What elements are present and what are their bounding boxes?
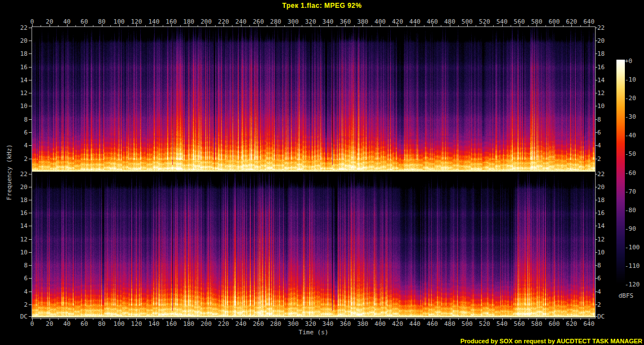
- freq-tick-label: 8: [11, 117, 28, 123]
- time-tick-mark: [67, 319, 68, 321]
- time-tick-mark: [206, 319, 207, 321]
- time-tick-mark: [206, 24, 207, 26]
- time-tick-mark: [258, 24, 259, 26]
- time-tick-mark: [171, 24, 172, 26]
- time-tick-label: 380: [357, 321, 368, 327]
- time-tick-mark: [102, 24, 102, 26]
- time-minor-tick-mark: [41, 319, 41, 320]
- freq-tick-label: 4: [11, 142, 28, 149]
- time-tick-mark: [189, 319, 189, 321]
- time-tick-label: 80: [98, 321, 105, 327]
- time-tick-mark: [363, 24, 363, 26]
- freq-tick-label: 12: [597, 236, 605, 243]
- time-minor-tick-mark: [75, 25, 76, 26]
- time-tick-mark: [554, 24, 554, 26]
- time-minor-tick-mark: [319, 25, 320, 26]
- spectrogram-channel-right: [32, 173, 595, 317]
- freq-tick-mark: [29, 187, 32, 187]
- time-tick-mark: [380, 319, 381, 321]
- time-tick-mark: [520, 24, 520, 26]
- time-minor-tick-mark: [441, 25, 441, 26]
- colorbar-tick-label: -20: [625, 95, 636, 101]
- freq-tick-mark: [29, 174, 32, 174]
- freq-tick-mark: [29, 119, 32, 120]
- time-tick-label: 280: [270, 321, 281, 327]
- time-tick-mark: [397, 24, 398, 26]
- time-tick-mark: [363, 319, 363, 321]
- time-tick-mark: [589, 319, 589, 321]
- time-tick-label: 340: [323, 321, 334, 327]
- freq-tick-label: 8: [597, 117, 601, 123]
- freq-tick-mark: [596, 265, 597, 266]
- freq-tick-mark: [596, 106, 597, 106]
- time-minor-tick-mark: [163, 25, 163, 26]
- freq-tick-label: 14: [11, 77, 28, 83]
- freq-tick-label: 20: [11, 38, 28, 44]
- freq-tick-mark: [29, 200, 32, 200]
- time-tick-label: 520: [479, 321, 490, 327]
- time-minor-tick-mark: [302, 25, 302, 26]
- time-minor-tick-mark: [284, 319, 285, 320]
- time-minor-tick-mark: [163, 319, 163, 320]
- time-tick-mark: [154, 24, 154, 26]
- time-tick-label: 240: [235, 321, 247, 327]
- freq-tick-mark: [596, 28, 597, 28]
- freq-tick-mark: [596, 252, 597, 253]
- time-tick-label: 500: [462, 321, 473, 327]
- time-minor-tick-mark: [389, 319, 390, 320]
- freq-tick-label: 22: [597, 25, 605, 31]
- time-minor-tick-mark: [458, 319, 459, 320]
- time-minor-tick-mark: [476, 25, 476, 26]
- colorbar-tick-label: -100: [625, 244, 640, 250]
- freq-tick-mark: [29, 213, 32, 213]
- time-minor-tick-mark: [354, 25, 355, 26]
- freq-tick-mark: [29, 278, 32, 279]
- time-minor-tick-mark: [337, 319, 337, 320]
- freq-tick-mark: [596, 213, 597, 213]
- freq-tick-mark: [596, 292, 597, 292]
- time-minor-tick-mark: [284, 25, 285, 26]
- time-tick-label: 560: [514, 321, 525, 327]
- time-tick-mark: [328, 24, 329, 26]
- freq-tick-label: 20: [597, 184, 605, 190]
- time-tick-mark: [276, 24, 276, 26]
- freq-tick-label: 16: [597, 64, 605, 70]
- time-tick-mark: [467, 24, 468, 26]
- colorbar-tick-label: -70: [625, 189, 636, 195]
- freq-tick-mark: [596, 278, 597, 279]
- time-tick-label: 540: [497, 321, 508, 327]
- time-minor-tick-mark: [232, 25, 232, 26]
- page-title: Трек 1.flac: MPEG 92%: [0, 2, 644, 10]
- freq-tick-label: 6: [11, 275, 28, 281]
- time-minor-tick-mark: [563, 319, 564, 320]
- time-tick-label: 440: [409, 321, 421, 327]
- freq-tick-mark: [596, 93, 597, 93]
- time-tick-mark: [432, 24, 433, 26]
- freq-tick-mark: [29, 265, 32, 266]
- time-tick-label: 420: [392, 321, 403, 327]
- freq-tick-label: 16: [11, 210, 28, 216]
- time-tick-mark: [189, 24, 189, 26]
- time-minor-tick-mark: [389, 25, 390, 26]
- time-tick-mark: [241, 319, 242, 321]
- freq-tick-label: 22: [11, 25, 28, 31]
- time-tick-mark: [589, 24, 589, 26]
- time-minor-tick-mark: [511, 25, 511, 26]
- time-tick-label: 260: [253, 321, 264, 327]
- time-tick-label: 160: [166, 321, 177, 327]
- time-minor-tick-mark: [337, 25, 337, 26]
- freq-tick-mark: [596, 174, 597, 174]
- time-minor-tick-mark: [493, 25, 494, 26]
- time-minor-tick-mark: [545, 319, 546, 320]
- freq-tick-label: 6: [11, 129, 28, 136]
- time-tick-mark: [485, 319, 485, 321]
- freq-tick-mark: [29, 53, 32, 54]
- colorbar-tick-label: -10: [625, 77, 636, 83]
- time-minor-tick-mark: [528, 319, 529, 320]
- freq-tick-label: 12: [11, 236, 28, 243]
- time-tick-label: 620: [566, 321, 577, 327]
- time-minor-tick-mark: [528, 25, 529, 26]
- freq-tick-mark: [29, 316, 32, 317]
- time-tick-mark: [397, 319, 398, 321]
- freq-tick-label: 2: [11, 302, 28, 308]
